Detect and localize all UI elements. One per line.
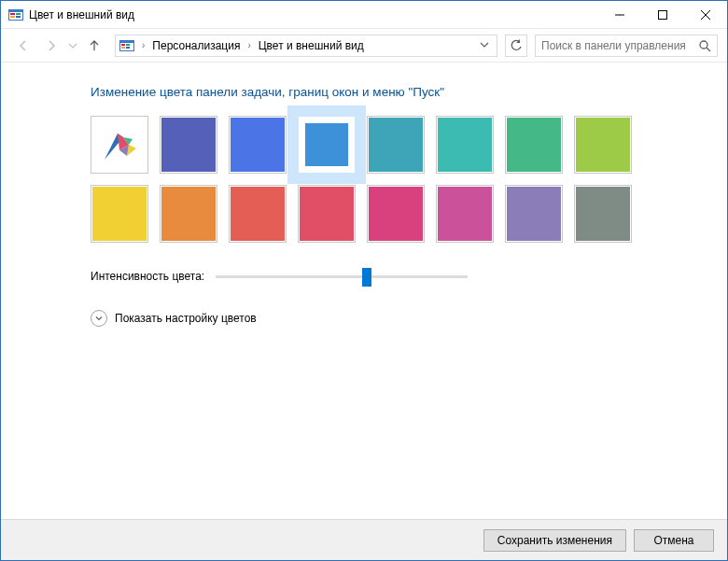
- save-button[interactable]: Сохранить изменения: [483, 529, 626, 552]
- svg-rect-13: [126, 44, 130, 46]
- svg-rect-12: [121, 44, 125, 46]
- intensity-row: Интенсивность цвета:: [91, 267, 695, 286]
- color-swatch-rose[interactable]: [298, 185, 356, 243]
- refresh-icon: [510, 39, 523, 52]
- footer: Сохранить изменения Отмена: [1, 519, 727, 560]
- minimize-button[interactable]: [598, 1, 641, 28]
- back-button[interactable]: [10, 33, 36, 59]
- slider-track: [216, 275, 468, 278]
- svg-line-17: [707, 48, 710, 51]
- breadcrumb-dropdown[interactable]: [476, 39, 493, 52]
- svg-point-16: [700, 41, 707, 49]
- forward-button[interactable]: [38, 33, 64, 59]
- breadcrumb-separator: ›: [138, 40, 148, 50]
- minimize-icon: [615, 10, 624, 20]
- maximize-button[interactable]: [641, 1, 684, 28]
- color-swatch-magenta[interactable]: [367, 185, 425, 243]
- breadcrumb-separator: ›: [244, 40, 254, 50]
- arrow-up-icon: [87, 38, 102, 53]
- color-swatch-grid: [91, 116, 695, 243]
- color-swatch-auto[interactable]: [91, 116, 148, 174]
- color-swatch-cyan[interactable]: [436, 116, 494, 174]
- svg-rect-15: [126, 47, 130, 49]
- window-controls: [598, 1, 727, 28]
- chevron-down-icon: [68, 41, 77, 50]
- refresh-button[interactable]: [505, 35, 527, 57]
- intensity-label: Интенсивность цвета:: [91, 270, 204, 283]
- breadcrumb-item[interactable]: Персонализация: [152, 39, 240, 52]
- svg-rect-14: [121, 47, 125, 49]
- control-panel-icon: [119, 38, 134, 53]
- color-swatch-azure[interactable]: [298, 116, 356, 174]
- auto-color-icon: [99, 124, 140, 165]
- content-pane: Изменение цвета панели задачи, границ ок…: [1, 63, 727, 519]
- color-swatch-green[interactable]: [505, 116, 563, 174]
- arrow-right-icon: [44, 38, 59, 53]
- color-swatch-blue[interactable]: [229, 116, 287, 174]
- search-icon: [698, 39, 711, 52]
- breadcrumb-item[interactable]: Цвет и внешний вид: [259, 39, 364, 52]
- close-icon: [701, 10, 710, 20]
- cancel-button[interactable]: Отмена: [634, 529, 714, 552]
- maximize-icon: [658, 10, 667, 20]
- color-swatch-pink[interactable]: [436, 185, 494, 243]
- expand-label: Показать настройку цветов: [115, 312, 257, 325]
- window: Цвет и внешний вид: [0, 0, 728, 561]
- window-title: Цвет и внешний вид: [29, 8, 598, 21]
- breadcrumb[interactable]: › Персонализация › Цвет и внешний вид: [115, 35, 497, 57]
- page-heading: Изменение цвета панели задачи, границ ок…: [91, 85, 695, 99]
- color-swatch-slate[interactable]: [574, 185, 632, 243]
- slider-thumb[interactable]: [362, 268, 371, 287]
- titlebar: Цвет и внешний вид: [1, 1, 727, 29]
- chevron-down-circle-icon: [91, 310, 107, 327]
- arrow-left-icon: [16, 38, 31, 53]
- color-swatch-teal[interactable]: [367, 116, 425, 174]
- recent-button[interactable]: [66, 33, 79, 59]
- svg-rect-5: [16, 16, 21, 18]
- color-swatch-indigo[interactable]: [160, 116, 217, 174]
- svg-rect-7: [659, 10, 667, 19]
- svg-rect-4: [10, 16, 15, 18]
- svg-rect-3: [16, 13, 21, 15]
- svg-rect-2: [10, 13, 15, 15]
- up-button[interactable]: [81, 33, 107, 59]
- search-box[interactable]: [535, 35, 718, 57]
- intensity-slider[interactable]: [216, 267, 468, 286]
- color-swatch-orange[interactable]: [160, 185, 217, 243]
- show-color-settings[interactable]: Показать настройку цветов: [91, 310, 695, 327]
- close-button[interactable]: [684, 1, 727, 28]
- color-swatch-coral[interactable]: [229, 185, 287, 243]
- color-swatch-lime[interactable]: [574, 116, 632, 174]
- window-icon: [8, 7, 23, 22]
- navbar: › Персонализация › Цвет и внешний вид: [1, 29, 727, 63]
- search-input[interactable]: [541, 39, 698, 52]
- color-swatch-yellow[interactable]: [91, 185, 148, 243]
- chevron-down-icon: [480, 40, 489, 49]
- color-swatch-violet[interactable]: [505, 185, 563, 243]
